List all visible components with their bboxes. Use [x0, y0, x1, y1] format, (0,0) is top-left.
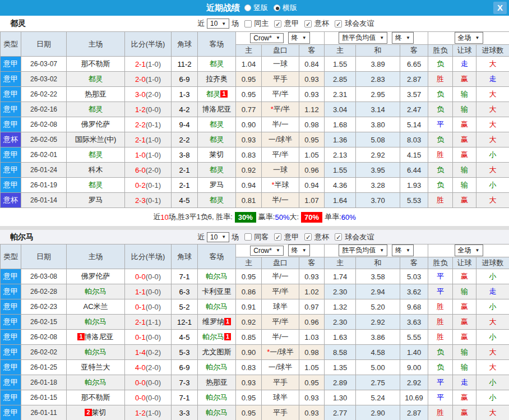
away-team: 帕尔马 — [198, 360, 236, 375]
result-handicap: 输 — [453, 163, 476, 178]
result-wdl: 负 — [428, 102, 453, 117]
chevron-down-icon: ▼ — [475, 248, 480, 253]
corner-count: 1-3 — [172, 87, 198, 102]
result-wdl: 负 — [428, 360, 453, 375]
scope-select[interactable]: 全场 ▼ — [455, 32, 483, 44]
away-team: 尤文图斯 — [198, 345, 236, 360]
mean-loss: 3.62 — [400, 284, 428, 299]
result-handicap: 赢 — [453, 269, 476, 284]
odds-away: 0.94 — [299, 178, 325, 193]
home-team: 帕尔马 — [67, 315, 125, 330]
column-header: 主场 — [67, 32, 125, 57]
mean-win: 4.36 — [325, 178, 356, 193]
odds-stage-select[interactable]: 终 ▼ — [288, 244, 310, 256]
competition-checkbox[interactable]: ✓ — [274, 20, 281, 27]
score: 2-2(0-1) — [125, 117, 172, 132]
odds-stage-select[interactable]: 终 ▼ — [288, 32, 310, 44]
competition-checkbox[interactable]: ✓ — [304, 233, 312, 241]
corner-count: 7-1 — [172, 390, 198, 405]
mean-stage-select[interactable]: 终 ▼ — [392, 32, 414, 44]
mean-win: 1.30 — [325, 390, 356, 405]
chevron-down-icon: ▼ — [302, 35, 307, 40]
odds-away: 1.02 — [299, 284, 325, 299]
result-goals: 大 — [476, 315, 509, 330]
result-goals: 小 — [476, 375, 509, 390]
mean-type-select[interactable]: 胜平负均值 ▼ — [339, 32, 387, 44]
odds-away: 0.98 — [299, 345, 325, 360]
mean-draw: 4.58 — [356, 345, 400, 360]
same-venue-checkbox[interactable] — [244, 20, 252, 27]
handicap-line: 平手 — [262, 375, 299, 390]
home-team: 1博洛尼亚 — [67, 330, 125, 345]
radio-icon[interactable] — [244, 4, 251, 11]
away-team: 帕尔马 — [198, 390, 236, 405]
odds-company-select[interactable]: Crow* ▼ — [250, 246, 284, 256]
handicap-line: 半/一 — [262, 117, 299, 132]
recent-count-select[interactable]: 10 ▼ — [207, 19, 229, 29]
mean-loss: 3.63 — [400, 315, 428, 330]
odds-home: 0.93 — [236, 375, 262, 390]
mean-type-select[interactable]: 胜平负均值 ▼ — [339, 244, 387, 256]
away-team: 都灵 — [198, 132, 236, 147]
away-team: 都灵 — [198, 193, 236, 208]
layout-radio-横版[interactable]: 横版 — [274, 3, 297, 13]
score: 1-4(0-2) — [125, 345, 172, 360]
competition-badge: 意甲 — [1, 360, 21, 375]
corner-count: 3-3 — [172, 405, 198, 420]
away-team: 都灵 — [198, 117, 236, 132]
match-date: 26-02-05 — [21, 132, 67, 147]
result-handicap: 赢 — [453, 390, 476, 405]
scope-select[interactable]: 全场 ▼ — [455, 244, 483, 256]
home-team: 国际米兰(中) — [67, 132, 125, 147]
mean-stage-select[interactable]: 终 ▼ — [392, 244, 414, 256]
competition-checkbox[interactable]: ✓ — [335, 20, 342, 27]
titlebar: 近期战绩 竖版横版 X — [0, 0, 509, 16]
odds-home: 0.93 — [236, 132, 262, 147]
result-goals: 大 — [476, 132, 509, 147]
competition-badge: 意甲 — [1, 345, 21, 360]
column-header: 类型 — [1, 32, 21, 57]
close-button[interactable]: X — [493, 2, 507, 14]
result-goals: 大 — [476, 163, 509, 178]
mean-draw: 2.92 — [356, 147, 400, 163]
home-team: 帕尔马 — [67, 375, 125, 390]
away-team: 莱切 — [198, 147, 236, 163]
away-team: 帕尔马 — [198, 269, 236, 284]
sub-column-header: 主 — [236, 257, 262, 269]
mean-draw: 2.75 — [356, 375, 400, 390]
layout-radio-竖版[interactable]: 竖版 — [244, 3, 268, 13]
mean-loss: 3.57 — [400, 87, 428, 102]
recent-count-select[interactable]: 10 ▼ — [207, 232, 229, 242]
radio-icon[interactable] — [274, 4, 280, 11]
same-venue-checkbox[interactable] — [244, 233, 252, 241]
competition-checkbox[interactable]: ✓ — [304, 20, 312, 27]
rank-badge: 1 — [224, 318, 231, 325]
sub-column-header: 客 — [400, 257, 428, 269]
mean-draw: 2.90 — [356, 405, 400, 420]
home-team: 亚特兰大 — [67, 360, 125, 375]
summary-segment: 60% — [341, 213, 356, 221]
corner-count: 4-5 — [172, 193, 198, 208]
handicap-line: 平手 — [262, 72, 299, 87]
result-wdl: 平 — [428, 269, 453, 284]
odds-home: 0.90 — [236, 345, 262, 360]
match-row: 意甲26-02-16都灵1-2(0-0)4-2博洛尼亚0.77*平/半1.123… — [1, 102, 509, 117]
mean-header-cell: 胜平负均值 ▼终 ▼ — [325, 244, 428, 257]
match-row: 意甲26-03-02都灵2-0(1-0)6-9拉齐奥0.95平手0.932.85… — [1, 72, 509, 87]
competition-checkbox[interactable]: ✓ — [335, 233, 342, 241]
match-row: 意甲26-01-24科木6-0(2-0)2-1都灵0.92一球0.961.553… — [1, 163, 509, 178]
result-goals: 走 — [476, 72, 509, 87]
summary-bar: 近10场,胜3平1负6, 胜率:30%赢率:50% 大:70%单率:60% — [0, 208, 509, 226]
result-wdl: 胜 — [428, 299, 453, 315]
match-row: 意甲26-01-25亚特兰大4-0(2-0)6-9帕尔马0.83一/球半1.05… — [1, 360, 509, 375]
score: 3-0(2-0) — [125, 87, 172, 102]
result-wdl: 负 — [428, 178, 453, 193]
corner-count: 6-9 — [172, 72, 198, 87]
competition-badge: 意甲 — [1, 390, 21, 405]
mean-loss: 5.14 — [400, 117, 428, 132]
handicap-line: 平手 — [262, 405, 299, 420]
odds-company-select[interactable]: Crow* ▼ — [250, 33, 284, 43]
competition-label: 意杯 — [314, 232, 329, 242]
sub-column-header: 客 — [400, 44, 428, 57]
competition-checkbox[interactable]: ✓ — [274, 233, 281, 241]
